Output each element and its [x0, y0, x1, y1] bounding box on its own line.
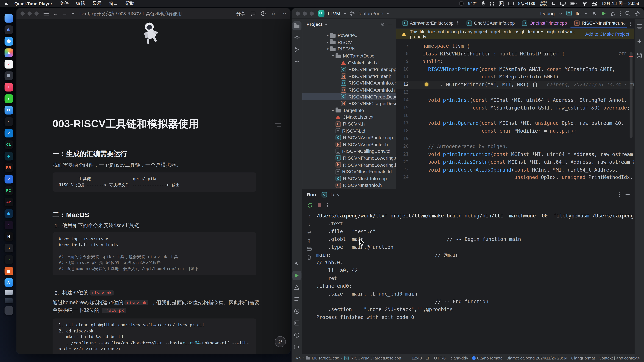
project-selector[interactable]: LLVM: [328, 10, 340, 16]
more-vertical-icon[interactable]: [619, 192, 620, 197]
ai-assistant-button[interactable]: [635, 36, 644, 45]
tree-row-riscvnmctargetdesc-cpp[interactable]: CRISCVNMCTargetDesc.cpp: [302, 93, 396, 100]
down-stack-icon[interactable]: ↓: [308, 222, 310, 227]
tree-chevron-icon[interactable]: ▾: [331, 54, 336, 58]
breadcrumb-item[interactable]: VN: [296, 356, 302, 361]
hide-panel-icon[interactable]: [626, 192, 630, 197]
status-item-context-no-context-[interactable]: Context | <no context>: [598, 356, 640, 361]
menubar-menu-1[interactable]: 文件: [60, 0, 68, 6]
branch-selector[interactable]: feature/one: [358, 10, 383, 16]
more-vertical-icon[interactable]: [326, 203, 328, 208]
dock-sublime[interactable]: S: [4, 244, 13, 253]
menubar-app-name[interactable]: QuickTime Player: [14, 1, 52, 6]
more-tools-button[interactable]: [292, 57, 301, 66]
tree-row-riscvn-h[interactable]: HRISCVN.h: [302, 120, 396, 127]
dock-iterm[interactable]: >: [4, 255, 13, 264]
tree-row-riscvnmctargetdesc-h[interactable]: HRISCVNMCTargetDesc.h: [302, 100, 396, 107]
forward-icon[interactable]: →: [62, 11, 68, 16]
temp-widget[interactable]: 942°: [468, 1, 477, 6]
close-icon[interactable]: ×: [336, 192, 339, 197]
settings-gear-icon[interactable]: [634, 11, 640, 16]
build-tool-button[interactable]: [292, 259, 301, 268]
tree-chevron-icon[interactable]: ▾: [325, 47, 330, 51]
scroll-end-icon[interactable]: ↧: [308, 239, 311, 244]
back-icon[interactable]: ←: [53, 11, 58, 16]
dock-water-drop[interactable]: ◉: [4, 209, 13, 218]
wifi-icon[interactable]: [582, 1, 588, 5]
dock-screenshot-thumb-1[interactable]: [5, 290, 12, 295]
dock-appstore[interactable]: A: [4, 278, 13, 287]
tree-row-riscvnasmprinter-cpp[interactable]: CRISCVNAsmPrinter.cpp: [302, 134, 396, 141]
running-devices-button[interactable]: [635, 22, 644, 31]
dock-orbit-purple[interactable]: ○: [4, 221, 13, 229]
control-center-icon[interactable]: [592, 1, 597, 5]
editor-tab-oneinstprinter-cpp[interactable]: COneInstPrinter.cpp: [518, 18, 570, 28]
dock-screenshot-thumb-2[interactable]: [5, 298, 12, 303]
console-output[interactable]: /Users/caipeng/work/llvm-project/llvm/cm…: [316, 212, 634, 354]
status-item-12-40[interactable]: 12:40: [412, 356, 422, 361]
tree-row-riscvnmcasminfo-cpp[interactable]: CRISCVNMCAsmInfo.cpp: [302, 80, 396, 86]
tree-row-riscvninstrformats-td[interactable]: RISCVNInstrFormats.td: [302, 168, 396, 175]
dock-mail[interactable]: ✉: [4, 106, 13, 114]
status-item-clangformat[interactable]: ClangFormat: [571, 356, 595, 361]
tree-row-riscvn[interactable]: ▾RISCVN: [302, 45, 396, 52]
menubar-clock[interactable]: 12月2日 周一 23:58: [602, 1, 639, 6]
tree-row-mctargetdesc[interactable]: ▾MCTargetDesc: [302, 52, 396, 59]
code-editor[interactable]: 7namespace llvm {8class RISCVNInstPrinte…: [396, 39, 634, 189]
dock-grid-orange[interactable]: ▦: [4, 267, 13, 275]
dock-wechat[interactable]: ●: [4, 94, 13, 103]
microphone-icon[interactable]: [481, 1, 485, 6]
display-icon[interactable]: [560, 1, 566, 5]
network-speed-widget[interactable]: 0KB/s 1KB/s: [540, 0, 547, 6]
tree-chevron-icon[interactable]: ▸: [331, 108, 336, 112]
up-stack-icon[interactable]: ↑: [308, 213, 310, 218]
build-hammer-icon[interactable]: [592, 11, 597, 16]
status-breadcrumbs[interactable]: VN›MCTargetDesc›CRISCVNMCTargetDesc.cpp: [296, 356, 401, 361]
dock-rustrover[interactable]: RR: [4, 163, 13, 172]
inspections-tool-button[interactable]: [292, 331, 301, 339]
breadcrumb-item[interactable]: RISCVNMCTargetDesc.cpp: [350, 356, 401, 361]
screen-record-icon[interactable]: [459, 1, 464, 6]
dock-launchpad[interactable]: ▦: [4, 71, 13, 80]
tree-row-riscvn-td[interactable]: RISCVN.td: [302, 127, 396, 134]
structure-tool-button[interactable]: [292, 45, 301, 54]
cmake-profile-selector[interactable]: Debug: [540, 10, 555, 16]
todo-tool-button[interactable]: [292, 295, 301, 304]
project-tool-button[interactable]: [292, 21, 301, 30]
dock-notion[interactable]: N: [4, 232, 13, 241]
more-vertical-icon[interactable]: [619, 11, 621, 16]
tree-row-riscvninstrinfo-h[interactable]: HRISCVNInstrInfo.h: [302, 182, 396, 189]
keyboard-icon[interactable]: [508, 1, 514, 5]
share-button[interactable]: 分享: [236, 10, 245, 17]
more-icon[interactable]: ⋯: [281, 11, 286, 16]
more-vertical-icon[interactable]: [630, 21, 632, 26]
services-tool-button[interactable]: [292, 307, 301, 316]
notion-status-icon[interactable]: N: [499, 1, 504, 6]
dock-calendar[interactable]: 2: [4, 60, 13, 68]
status-item--clang-tidy[interactable]: .clang-tidy: [449, 356, 468, 361]
editor-tab-riscvninstprinter-h[interactable]: HRISCVNInstPrinter.h: [570, 18, 626, 28]
new-page-icon[interactable]: +: [72, 11, 74, 16]
status-item-8-no-remote[interactable]: 8 Δ/no remote: [472, 356, 503, 361]
dock-terminal[interactable]: >_: [4, 117, 13, 126]
dock-dev-dark-teal[interactable]: ◆: [4, 152, 13, 161]
tree-row-powerpc[interactable]: ▸PowerPC: [302, 32, 396, 39]
print-icon[interactable]: [307, 247, 312, 252]
status-item-lf[interactable]: LF: [426, 356, 430, 361]
dock-ide-dark-red[interactable]: AP: [4, 198, 13, 206]
inspections-widget[interactable]: OFF: [619, 52, 627, 56]
tree-row-riscvnframelowering-cpp[interactable]: CRISCVNFrameLowering.cpp: [302, 155, 396, 161]
run-button[interactable]: [601, 11, 606, 16]
tree-row-targetinfo[interactable]: ▸TargetInfo: [302, 107, 396, 114]
tree-row-riscvnframelowering-h[interactable]: HRISCVNFrameLowering.h: [302, 161, 396, 168]
clear-console-icon[interactable]: [307, 255, 311, 260]
comment-icon[interactable]: [250, 11, 256, 16]
editor-tab-asmwriteremitter-cpp[interactable]: CAsmWriterEmitter.cpp: [399, 18, 463, 28]
run-panel-title[interactable]: Run: [307, 192, 316, 197]
tree-row-riscvnmcasminfo-h[interactable]: HRISCVNMCAsmInfo.h: [302, 87, 396, 93]
debug-bug-icon[interactable]: [610, 11, 615, 16]
battery-icon[interactable]: [570, 1, 578, 5]
window-controls[interactable]: [296, 11, 314, 15]
rerun-icon[interactable]: [307, 203, 312, 208]
soft-wrap-icon[interactable]: ↩: [308, 230, 311, 235]
